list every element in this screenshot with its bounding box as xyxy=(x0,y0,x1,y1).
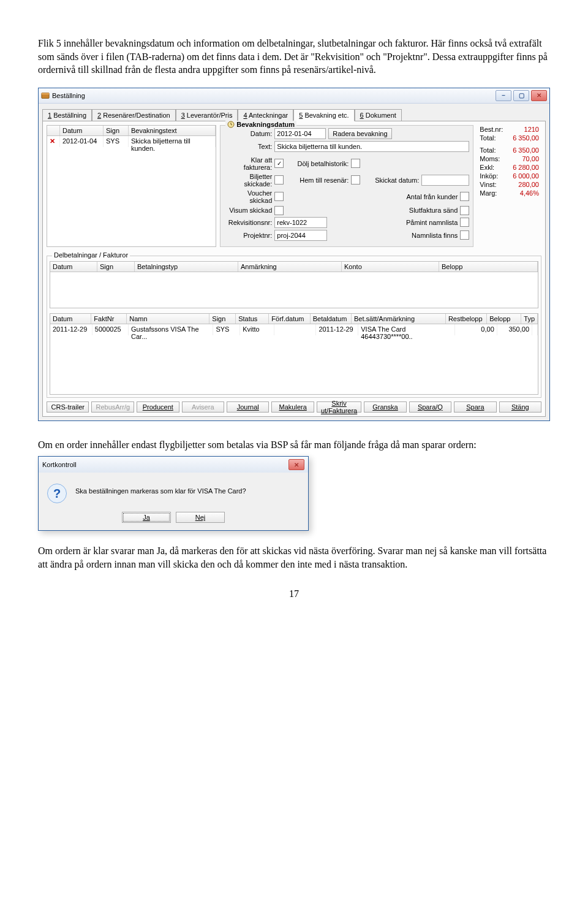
skickat-datum-input[interactable] xyxy=(421,175,469,186)
col-text: Bevakningstext xyxy=(129,126,216,135)
voucher-skickad-checkbox[interactable] xyxy=(274,192,284,201)
tab-bestallning[interactable]: 1 Beställning xyxy=(42,109,92,121)
projektnr-input[interactable] xyxy=(274,230,327,241)
stang-button[interactable]: Stäng xyxy=(499,401,541,413)
granska-button[interactable]: Granska xyxy=(364,401,406,413)
datum-input[interactable] xyxy=(274,128,326,139)
question-icon: ? xyxy=(47,484,67,503)
col-sign: Sign xyxy=(104,126,129,135)
spara-q-button[interactable]: Spara/Q xyxy=(409,401,451,413)
slutfaktura-sand-checkbox[interactable] xyxy=(460,206,469,215)
makulera-button[interactable]: Makulera xyxy=(271,401,314,413)
delbetalningar-title: Delbetalningar / Fakturor xyxy=(52,251,130,259)
table-row[interactable]: ✕ 2012-01-04 SYS Skicka biljetterna till… xyxy=(47,136,216,147)
bevakningsdatum-frame: Bevakningsdatum Datum: Radera bevakning … xyxy=(220,125,473,247)
tab-bevakning[interactable]: 5 Bevakning etc. xyxy=(293,109,354,121)
tab-resenarer[interactable]: 2 Resenärer/Destination xyxy=(92,109,176,121)
biljetter-skickade-checkbox[interactable] xyxy=(274,175,284,184)
delbetalningar-grid[interactable]: Datum Sign Betalningstyp Anmärkning Kont… xyxy=(50,261,538,308)
fakturor-grid[interactable]: Datum FaktNr Namn Sign Status Förf.datum… xyxy=(50,313,538,395)
close-button[interactable]: ✕ xyxy=(531,90,547,101)
radera-bevakning-button[interactable]: Radera bevakning xyxy=(328,128,391,139)
visum-skickad-checkbox[interactable] xyxy=(274,206,284,215)
bevakning-grid[interactable]: Datum Sign Bevakningstext ✕ 2012-01-04 S… xyxy=(47,125,216,247)
x-icon: ✕ xyxy=(47,136,60,147)
window-titlebar: Beställning – ▢ ✕ xyxy=(39,88,549,104)
klar-fakturera-checkbox[interactable]: ✓ xyxy=(274,159,284,168)
bevakning-text-input[interactable] xyxy=(274,141,469,152)
antal-fran-kunder-checkbox[interactable] xyxy=(460,192,469,201)
delbetalningar-frame: Delbetalningar / Fakturor Datum Sign Bet… xyxy=(47,256,541,398)
app-window: Beställning – ▢ ✕ 1 Beställning 2 Resenä… xyxy=(38,88,550,421)
dialog-titlebar: Kortkontroll ✕ xyxy=(39,457,308,473)
hem-till-resenar-checkbox[interactable] xyxy=(351,175,360,184)
pamint-namnlista-checkbox[interactable] xyxy=(460,218,469,227)
action-bar: CRS-trailer RebusArr/g Producent Avisera… xyxy=(47,401,541,413)
dialog-close-button[interactable]: ✕ xyxy=(288,459,304,470)
paragraph-1: Flik 5 innehåller bevakningsdatum och in… xyxy=(38,37,550,77)
namnlista-finns-checkbox[interactable] xyxy=(460,230,469,240)
producent-button[interactable]: Producent xyxy=(137,401,179,413)
clock-icon xyxy=(227,121,235,128)
paragraph-2: Om en order innehåller endast flygbiljet… xyxy=(38,438,550,452)
tab-dokument[interactable]: 6 Dokument xyxy=(355,109,402,121)
page-number: 17 xyxy=(38,588,550,599)
spara-button[interactable]: Spara xyxy=(454,401,496,413)
dialog-message: Ska beställningen markeras som klar för … xyxy=(75,484,246,495)
skriv-ut-fakturera-button[interactable]: Skriv ut/Fakturera xyxy=(317,401,361,413)
kortkontroll-dialog: Kortkontroll ✕ ? Ska beställningen marke… xyxy=(38,456,309,531)
svg-rect-1 xyxy=(42,93,49,94)
rebusarr-button[interactable]: RebusArr/g xyxy=(91,401,134,413)
maximize-button[interactable]: ▢ xyxy=(513,90,529,101)
nej-button[interactable]: Nej xyxy=(176,512,225,523)
rekvisitionsnr-input[interactable] xyxy=(274,217,327,228)
crs-trailer-button[interactable]: CRS-trailer xyxy=(47,401,89,413)
ja-button[interactable]: Ja xyxy=(122,512,171,523)
tab-leverantor[interactable]: 3 Leverantör/Pris xyxy=(176,109,238,121)
table-row[interactable]: 2011-12-29 5000025 Gustafssons VISA The … xyxy=(50,324,538,335)
tab-strip: 1 Beställning 2 Resenärer/Destination 3 … xyxy=(42,108,546,121)
window-title: Beställning xyxy=(52,92,85,99)
frame-title-text: Bevakningsdatum xyxy=(236,121,295,128)
paragraph-3: Om ordern är klar svarar man Ja, då mark… xyxy=(38,544,550,571)
dolj-betalhistorik-checkbox[interactable] xyxy=(351,159,360,168)
col-datum: Datum xyxy=(60,126,104,135)
summary-panel: Best.nr:1210 Total:6 350,00 Total:6 350,… xyxy=(477,125,541,247)
tab-anteckningar[interactable]: 4 Anteckningar xyxy=(238,109,293,121)
minimize-button[interactable]: – xyxy=(496,90,511,101)
journal-button[interactable]: Journal xyxy=(227,401,269,413)
avisera-button[interactable]: Avisera xyxy=(182,401,224,413)
app-icon xyxy=(41,91,50,100)
dialog-title: Kortkontroll xyxy=(42,461,77,468)
